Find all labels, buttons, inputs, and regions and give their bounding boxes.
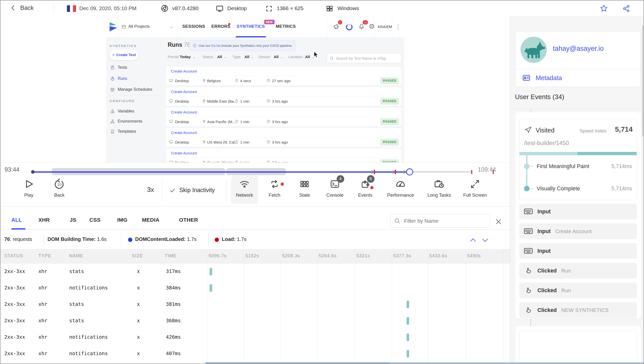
metadata-button[interactable]: Metadata [522,74,562,82]
tab-other[interactable]: OTHER [179,217,198,223]
events-count-badge: 6 [367,175,375,183]
duration-stopwatch-icon [235,78,239,82]
new-badge: NEW [264,20,275,24]
time-col-1: 5152s [245,253,259,259]
app-tab-sessions: SESSIONS [182,24,205,29]
project-selector: All Projects [128,24,150,29]
fullscreen-arrows-icon [469,178,481,190]
close-panel-icon[interactable] [494,218,503,226]
windows-icon [326,5,333,12]
status-badge: PASSED [380,118,399,125]
status-badge: PASSED [380,98,399,105]
full-screen-button[interactable]: Full Screen [457,178,493,198]
events-panel-toggle[interactable]: 6 Events [348,178,383,198]
horizontal-scrollbar-thumb[interactable] [206,362,390,364]
request-row[interactable]: 2xx-3xxxhrstatsx368ms [1,313,510,329]
console-panel-toggle[interactable]: 4 Console [317,178,353,198]
request-row[interactable]: 2xx-3xxxhrnotificationsx384ms [1,280,510,296]
share-icon[interactable] [622,5,630,13]
next-event-card[interactable] [519,331,637,364]
tab-all[interactable]: ALL [11,217,22,223]
app-sidebar-item-tests: Tests [118,65,127,70]
event-item-clicked[interactable]: ClickedRun [519,283,637,298]
tab-media[interactable]: MEDIA [142,217,159,223]
request-timing-bar [407,317,409,325]
plus-icon: + [112,52,115,57]
jump-prev-icon[interactable] [469,236,477,244]
megaphone-icon [333,23,340,30]
fetch-icon [269,178,280,190]
monitor-icon [169,119,173,123]
timeline-knob[interactable] [406,168,413,175]
run-card: Create Account Desktop Canada (Centra...… [166,149,402,162]
performance-panel-toggle[interactable]: Performance [383,178,418,198]
event-item-input[interactable]: Input [519,243,637,259]
back-10s-button[interactable]: 10 Back [42,178,77,198]
cubes-icon [110,109,115,114]
id-card-icon [522,74,531,82]
tab-css[interactable]: CSS [89,217,101,223]
clock-icon [266,140,270,144]
country-flag-icon [67,5,76,12]
duration-stopwatch-icon [235,99,239,103]
long-tasks-panel-toggle[interactable]: Long Tasks [422,178,457,198]
project-window-icon [121,24,126,29]
request-timing-bar [210,268,212,276]
console-icon: 4 [329,178,341,190]
speed-control[interactable]: 3x [143,186,158,194]
create-test-label: Create Test [116,53,136,57]
timeline-track-remaining[interactable] [413,171,472,172]
tab-xhr[interactable]: XHR [38,217,50,223]
tab-js[interactable]: JS [70,217,76,223]
app-sidebar-section-configure: CONFIGURE [110,99,135,103]
duration-stopwatch-icon [235,160,239,162]
wifi-icon [239,178,250,190]
hand-pointer-icon [524,306,533,314]
vc-label: Visually Complete [537,186,580,192]
run-title: Create Account [171,151,197,155]
tabs-bottom-border [1,230,510,230]
event-item-input[interactable]: InputCreate Account [519,223,637,239]
timeline-progress[interactable] [33,171,410,173]
time-col-6: 5433.6s [429,253,447,259]
request-timing-bar [407,350,409,358]
app-sidebar-item-environments: Environments [118,119,142,124]
state-panel-toggle[interactable]: State [287,178,322,198]
back-button[interactable]: Back [10,4,34,12]
briefcase-clock-icon [433,178,445,190]
request-row[interactable]: 2xx-3xxxhrstatsx381ms [1,296,510,313]
duration-stopwatch-icon [235,140,239,144]
speed-bar-dark [577,152,637,155]
event-item-input[interactable]: Input [519,204,637,219]
event-item-clicked[interactable]: ClickedRun [519,263,637,279]
run-card: Create Account Desktop Belgium 4 secs 27… [166,67,402,85]
status-badge: PASSED [380,77,399,84]
location-pin-icon [202,99,206,103]
console-count-badge: 4 [337,175,344,183]
error-marker [374,170,375,174]
clock-icon [266,160,270,162]
event-gray-dot [371,171,374,173]
request-row[interactable]: 2xx-3xxxhrnotificationsx407ms [1,346,510,362]
sidebar-scrollbar-thumb[interactable] [642,25,644,136]
replay-stage: All Projects SESSIONS ERRORS SYNTHETICS … [1,16,510,162]
search-icon [330,56,334,60]
filter-by-name-input[interactable] [404,218,486,224]
visited-event-card[interactable]: Visited Speed Index 5,714 /test-builder/… [519,119,637,200]
sitemap-icon [110,119,115,124]
bell-badge: 13 [363,20,368,25]
request-row[interactable]: 2xx-3xxxhrnotificationsx426ms [1,329,510,346]
request-row[interactable]: 2xx-3xxxhrstatsx317ms [1,263,510,280]
tab-img[interactable]: IMG [117,217,128,223]
info-icon [193,43,197,48]
skip-inactivity-toggle[interactable]: Skip Inactivity [169,187,215,194]
play-button[interactable]: Play [11,178,46,198]
current-time: 93:44 [5,166,19,173]
monitor-icon [169,140,173,144]
fetch-alert-dot [281,183,284,186]
favorite-star-icon[interactable] [600,4,608,13]
jump-next-icon[interactable] [481,236,489,244]
event-item-clicked[interactable]: ClickedNEW SYNTHETICS [519,302,637,318]
app-tab-metrics: METRICS [276,24,296,29]
avatar [521,37,547,63]
